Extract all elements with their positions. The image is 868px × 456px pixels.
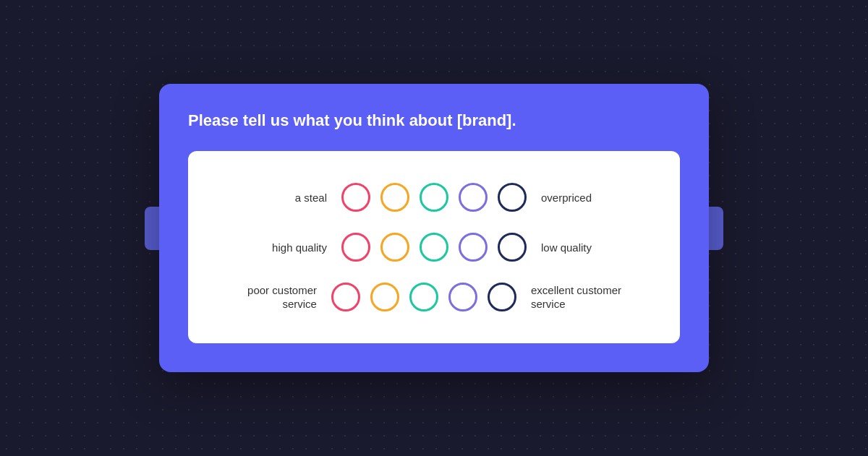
circle-row2-1[interactable] [341, 233, 370, 262]
circles-group-row1 [341, 183, 527, 212]
circle-row3-5[interactable] [488, 283, 516, 311]
circle-row2-2[interactable] [380, 233, 409, 262]
label-left-high-quality: high quality [247, 241, 341, 255]
circle-row2-3[interactable] [420, 233, 448, 262]
circle-row1-2[interactable] [380, 183, 409, 212]
main-card: Please tell us what you think about [bra… [159, 84, 709, 373]
circle-row1-4[interactable] [459, 183, 488, 212]
survey-row: high quality low quality [214, 222, 654, 272]
circle-row3-4[interactable] [448, 283, 477, 311]
circle-row3-1[interactable] [331, 283, 360, 311]
circles-group-row3 [331, 283, 516, 311]
label-right-excellent-service: excellent customer service [516, 283, 654, 311]
survey-row: a steal overpriced [214, 173, 654, 222]
label-right-low-quality: low quality [527, 241, 621, 255]
circle-row1-3[interactable] [420, 183, 448, 212]
circle-row1-5[interactable] [498, 183, 527, 212]
circle-row2-5[interactable] [498, 233, 527, 262]
card-wrapper: Please tell us what you think about [bra… [159, 84, 709, 373]
circle-row3-2[interactable] [370, 283, 399, 311]
circles-group-row2 [341, 233, 527, 262]
label-right-overpriced: overpriced [527, 191, 621, 205]
label-left-steal: a steal [247, 191, 341, 205]
circle-row1-1[interactable] [341, 183, 370, 212]
card-title: Please tell us what you think about [bra… [188, 110, 680, 132]
circle-row2-4[interactable] [459, 233, 488, 262]
survey-panel: a steal overpriced high quality [188, 151, 680, 343]
circle-row3-3[interactable] [409, 283, 438, 311]
survey-row: poor customer service excellent customer… [214, 272, 654, 322]
label-left-poor-service: poor customer service [214, 283, 331, 311]
